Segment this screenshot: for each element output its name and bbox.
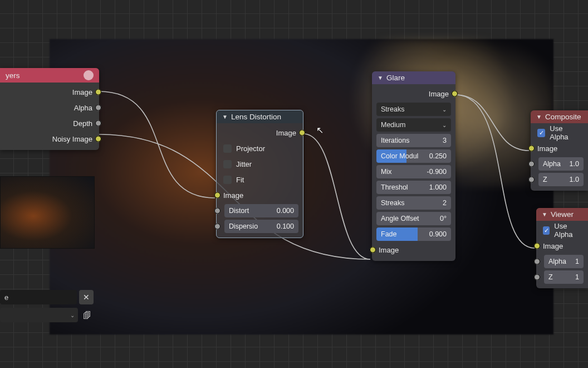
select-glare-quality[interactable]: Medium⌄ [376,118,451,132]
socket-output-image[interactable]: Image [221,126,298,139]
field-streaks[interactable]: Streaks2 [376,196,451,210]
field-alpha-row: Alpha1 [541,255,584,268]
field-alpha-row: Alpha1.0 [535,157,584,171]
socket-alpha[interactable]: Alpha [4,101,95,114]
clipboard-icon: 🗐 [83,311,91,320]
node-header[interactable]: ▼ Viewer [536,208,588,221]
field-mix[interactable]: Mix-0.900 [376,165,451,178]
node-glare[interactable]: ▼ Glare Image Streaks⌄ Medium⌄ Iteration… [372,71,455,261]
field-distort[interactable]: Distort0.000 [224,204,298,217]
field-fade[interactable]: Fade0.900 [376,227,451,241]
field-alpha[interactable]: Alpha1 [544,255,584,268]
field-distort-row: Distort0.000 [221,204,298,217]
field-angle-offset[interactable]: Angle Offset0° [376,212,451,225]
node-header[interactable]: ▼ Glare [372,71,455,84]
collapse-icon[interactable]: ▼ [222,114,228,120]
socket-input-image[interactable]: Image [221,188,298,202]
collapse-icon[interactable]: ▼ [536,114,542,120]
node-title: Glare [386,74,405,82]
field-z-row: Z1 [541,270,584,284]
node-header[interactable]: ▼ Composite [531,110,588,123]
field-threshold[interactable]: Threshol1.000 [376,181,451,194]
node-header[interactable]: yers [0,68,99,83]
checkbox-use-alpha[interactable]: ✓Use Alpha [541,224,584,237]
field-dispersion-row: Dispersio0.100 [221,220,298,233]
node-header[interactable]: ▼ Lens Distortion [217,110,303,123]
field-dispersion[interactable]: Dispersio0.100 [224,220,298,233]
node-title: Viewer [551,210,574,219]
copy-button[interactable]: 🗐 [80,308,94,322]
material-icon [84,70,94,80]
socket-input-image[interactable]: Image [541,239,584,253]
node-title: Lens Distortion [231,113,281,121]
chevron-down-icon: ⌄ [70,312,75,318]
socket-output-image[interactable]: Image [376,87,451,100]
field-z[interactable]: Z1.0 [538,173,584,186]
checkbox-fit[interactable]: Fit [221,173,298,186]
checkbox-projector[interactable]: Projector [221,142,298,155]
socket-input-image[interactable]: Image [535,142,584,155]
node-render-layers[interactable]: yers Image Alpha Depth Noisy Image [0,68,99,150]
collapse-icon[interactable]: ▼ [378,75,383,81]
socket-image[interactable]: Image [4,85,95,99]
chevron-down-icon: ⌄ [442,106,447,113]
node-title: yers [6,71,20,80]
socket-noisy-image[interactable]: Noisy Image [4,132,95,146]
field-color-modulation[interactable]: Color Modul0.250 [376,149,451,163]
field-z-row: Z1.0 [535,173,584,186]
node-lens-distortion[interactable]: ▼ Lens Distortion Image Projector Jitter… [216,110,303,238]
node-viewer[interactable]: ▼ Viewer ✓Use Alpha Image Alpha1 Z1 [536,208,588,288]
name-input[interactable]: e [0,290,77,304]
collapse-icon[interactable]: ▼ [542,211,547,217]
node-title: Composite [545,113,581,121]
socket-depth[interactable]: Depth [4,117,95,130]
viewer-thumbnail [0,176,95,249]
node-composite[interactable]: ▼ Composite ✓Use Alpha Image Alpha1.0 Z1… [531,110,588,191]
dropdown[interactable]: ⌄ [0,308,78,322]
cursor-icon: ↖ [316,125,324,135]
clear-button[interactable]: ✕ [79,290,94,304]
field-iterations[interactable]: Iterations3 [376,134,451,147]
select-glare-type[interactable]: Streaks⌄ [376,103,451,116]
close-icon: ✕ [83,293,90,302]
chevron-down-icon: ⌄ [442,122,447,128]
bottom-tool-fragment: e ✕ ⌄ 🗐 [0,290,94,322]
checkbox-use-alpha[interactable]: ✓Use Alpha [535,126,584,139]
socket-input-image[interactable]: Image [376,243,451,256]
field-z[interactable]: Z1 [544,270,584,284]
field-alpha[interactable]: Alpha1.0 [538,157,584,171]
checkbox-jitter[interactable]: Jitter [221,157,298,171]
